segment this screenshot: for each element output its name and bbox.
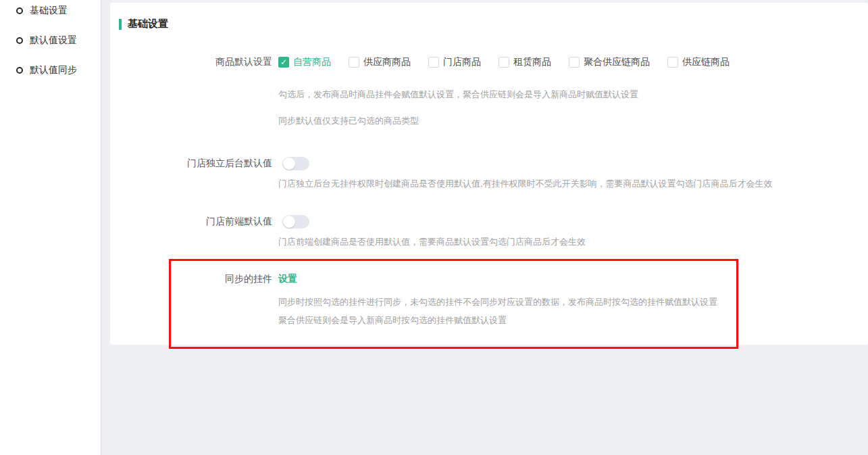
- form-row-store-front-default: 门店前端默认值: [110, 215, 868, 229]
- checkbox-label: 租赁商品: [513, 56, 551, 68]
- checkbox-icon: [349, 57, 359, 68]
- checkbox-label: 自营商品: [293, 56, 331, 68]
- store-front-default-toggle[interactable]: [282, 215, 309, 229]
- sidebar-item-label: 默认值设置: [30, 34, 77, 47]
- helper-text: 勾选后，发布商品时商品挂件会赋值默认设置，聚合供应链则会是导入新商品时赋值默认设…: [278, 90, 868, 99]
- toggle-knob: [283, 158, 295, 170]
- sidebar-item-default-value-settings[interactable]: 默认值设置: [16, 34, 101, 47]
- helper-text: 门店前端创建商品是否使用默认值，需要商品默认设置勾选门店商品后才会生效: [278, 237, 868, 247]
- helper-text: 同步默认值仅支持已勾选的商品类型: [278, 116, 868, 126]
- sync-widgets-settings-link[interactable]: 设置: [278, 273, 297, 285]
- field-label: 同步的挂件: [110, 273, 272, 285]
- checkbox-label: 供应商商品: [363, 56, 411, 68]
- title-accent-bar: [119, 19, 122, 30]
- checkbox-icon: [428, 57, 439, 68]
- helper-text: 门店独立后台无挂件权限时创建商品是否使用默认值,有挂件权限时不受此开关影响，需要…: [278, 179, 868, 189]
- basic-settings-panel: 基础设置 商品默认设置 ✓ 自营商品 供应商商品: [110, 3, 868, 345]
- toggle-knob: [283, 216, 295, 228]
- checkbox-aggregate-supply-chain-product[interactable]: 聚合供应链商品: [569, 56, 650, 68]
- settings-page: 基础设置 默认值设置 默认值同步 基础设置 商品默认设置 ✓: [0, 0, 868, 455]
- sidebar-item-label: 基础设置: [30, 5, 68, 17]
- form-row-store-backend-default: 门店独立后台默认值: [110, 157, 868, 170]
- checkbox-label: 聚合供应链商品: [584, 56, 650, 68]
- anchor-circle-icon: [16, 67, 23, 74]
- field-label: 门店独立后台默认值: [110, 158, 272, 170]
- sidebar-item-basic-settings[interactable]: 基础设置: [16, 4, 101, 18]
- content-area: 基础设置 商品默认设置 ✓ 自营商品 供应商商品: [102, 0, 868, 455]
- settings-anchor-nav: 基础设置 默认值设置 默认值同步: [0, 0, 102, 455]
- checkbox-icon: [499, 57, 509, 68]
- checkbox-store-product[interactable]: 门店商品: [428, 56, 481, 68]
- store-backend-default-toggle[interactable]: [282, 157, 309, 170]
- field-label: 门店前端默认值: [110, 216, 272, 228]
- checkbox-supply-chain-product[interactable]: 供应链商品: [667, 56, 730, 68]
- checkbox-icon: [667, 57, 678, 68]
- checkbox-supplier-product[interactable]: 供应商商品: [349, 56, 411, 68]
- anchor-circle-icon: [16, 7, 23, 14]
- settings-form: 商品默认设置 ✓ 自营商品 供应商商品 门店商品: [110, 56, 868, 325]
- checkbox-lease-product[interactable]: 租赁商品: [499, 56, 551, 68]
- sidebar-item-label: 默认值同步: [30, 64, 77, 76]
- anchor-circle-icon: [16, 37, 23, 44]
- helper-text: 聚合供应链则会是导入新商品时按勾选的挂件赋值默认设置: [278, 316, 868, 325]
- product-type-checkbox-group: ✓ 自营商品 供应商商品 门店商品 租赁商: [278, 56, 730, 68]
- checkbox-checked-icon: ✓: [278, 57, 289, 68]
- checkbox-label: 门店商品: [443, 56, 481, 68]
- sidebar-item-default-value-sync[interactable]: 默认值同步: [16, 64, 101, 77]
- helper-text: 同步时按照勾选的挂件进行同步，未勾选的挂件不会同步对应设置的数据，发布商品时按勾…: [278, 297, 868, 307]
- checkbox-label: 供应链商品: [682, 56, 730, 68]
- checkbox-icon: [569, 57, 580, 68]
- panel-title: 基础设置: [128, 18, 168, 30]
- field-label: 商品默认设置: [110, 56, 272, 68]
- checkbox-self-operated-product[interactable]: ✓ 自营商品: [278, 56, 331, 68]
- form-row-sync-widgets: 同步的挂件 设置: [110, 273, 868, 285]
- form-row-product-default: 商品默认设置 ✓ 自营商品 供应商商品 门店商品: [110, 56, 868, 68]
- panel-title-block: 基础设置: [110, 3, 868, 30]
